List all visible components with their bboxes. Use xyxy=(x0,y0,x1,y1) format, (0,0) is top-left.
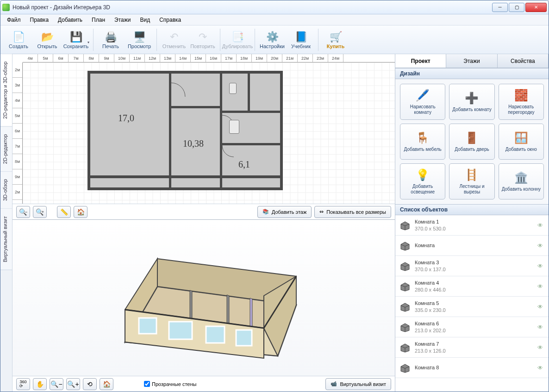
visibility-icon[interactable]: 👁 xyxy=(537,304,545,310)
object-row[interactable]: Комната👁 xyxy=(395,236,549,256)
dimensions-icon: ⇔ xyxy=(319,209,324,215)
dup-icon: 📑 xyxy=(231,31,244,44)
left-tab-1[interactable]: 2D-редактор xyxy=(0,127,12,172)
home-button[interactable]: 🏠 xyxy=(74,206,87,218)
svg-rect-9 xyxy=(139,318,156,334)
virtual-visit-button[interactable]: 📹Виртуальный визит xyxy=(325,378,391,390)
toolbar-save-button[interactable]: 💾Сохранить▾ xyxy=(62,27,90,53)
menu-Добавить[interactable]: Добавить xyxy=(54,15,86,25)
window-title: Новый проект - Дизайн Интерьера 3D xyxy=(12,4,110,11)
toolbar-buy-button[interactable]: 🛒Купить xyxy=(321,27,350,53)
maximize-button[interactable]: ▢ xyxy=(509,3,524,12)
zoom-in-3d-button[interactable]: 🔍+ xyxy=(66,378,80,390)
app-window: Новый проект - Дизайн Интерьера 3D ─ ▢ ✕… xyxy=(0,0,549,392)
home-3d-button[interactable]: 🏠 xyxy=(100,378,113,390)
visibility-icon[interactable]: 👁 xyxy=(537,283,545,290)
object-row[interactable]: Комната 8👁 xyxy=(395,358,549,378)
add-window-icon: 🪟 xyxy=(514,131,528,145)
panel-tab-0[interactable]: Проект xyxy=(395,54,446,68)
toolbar-new-button[interactable]: 📄Создать xyxy=(4,27,33,53)
toolbar-open-button[interactable]: 📂Открыть xyxy=(33,27,62,53)
save-icon: 💾 xyxy=(69,31,82,44)
panel-tab-2[interactable]: Свойства xyxy=(498,54,549,68)
editor-3d: 360⟳ ✋ 🔍− 🔍+ ⟲ 🏠 Прозрачные стены 📹Вирту… xyxy=(12,220,395,392)
measure-button[interactable]: 📏 xyxy=(57,206,71,218)
app-icon xyxy=(2,4,10,11)
menu-Справка[interactable]: Справка xyxy=(156,15,185,25)
redo-icon: ↷ xyxy=(196,31,209,44)
zoom-in-button[interactable]: 🔍+ xyxy=(33,206,47,218)
draw-partition-icon: 🧱 xyxy=(514,88,528,102)
design-card-draw-partition[interactable]: 🧱Нарисовать перегородку xyxy=(499,84,544,120)
center-panel: 4м5м6м7м8м9м10м11м12м13м14м15м16м17м18м1… xyxy=(12,54,395,392)
object-row[interactable]: Комната 1370.0 x 530.0👁 xyxy=(395,215,549,236)
menubar: ФайлПравкаДобавитьПланЭтажиВидСправка xyxy=(0,14,549,25)
panel-tab-1[interactable]: Этажи xyxy=(446,54,497,68)
show-dimensions-button[interactable]: ⇔Показывать все размеры xyxy=(314,206,391,218)
object-row[interactable]: Комната 3370.0 x 137.0👁 xyxy=(395,256,549,276)
menu-Вид[interactable]: Вид xyxy=(136,15,154,25)
menu-План[interactable]: План xyxy=(88,15,109,25)
toolbar-print-button[interactable]: 🖨️Печать xyxy=(96,27,125,53)
preview-icon: 🖥️ xyxy=(133,31,146,44)
visibility-icon[interactable]: 👁 xyxy=(537,243,545,249)
design-card-add-door[interactable]: 🚪Добавить дверь xyxy=(449,124,494,160)
add-floor-button[interactable]: 📚Добавить этаж xyxy=(257,206,312,218)
design-card-draw-room[interactable]: 🖊️Нарисовать комнату xyxy=(400,84,445,120)
left-tab-0[interactable]: 2D-редактор и 3D-обзор xyxy=(0,54,12,127)
visibility-icon[interactable]: 👁 xyxy=(537,263,545,269)
cube-icon xyxy=(399,342,411,353)
layers-icon: 📚 xyxy=(262,209,269,215)
house-3d-render xyxy=(97,236,310,361)
toolbar-redo-button: ↷Повторить xyxy=(188,27,217,53)
view-3d[interactable] xyxy=(12,220,395,376)
visibility-icon[interactable]: 👁 xyxy=(537,222,545,229)
undo-icon: ↶ xyxy=(168,31,181,44)
add-door-icon: 🚪 xyxy=(465,131,479,145)
cube-icon xyxy=(399,281,411,292)
editor-2d: 4м5м6м7м8м9м10м11м12м13м14м15м16м17м18м1… xyxy=(12,54,395,220)
zoom-out-button[interactable]: 🔍− xyxy=(16,206,30,218)
menu-Правка[interactable]: Правка xyxy=(26,15,53,25)
canvas-2d[interactable]: 17,0 10,38 6,1 xyxy=(23,62,395,204)
titlebar: Новый проект - Дизайн Интерьера 3D ─ ▢ ✕ xyxy=(0,0,549,14)
floor-plan[interactable]: 17,0 10,38 6,1 xyxy=(87,71,283,190)
svg-rect-12 xyxy=(236,330,252,346)
print-icon: 🖨️ xyxy=(104,31,117,44)
toolbar-2d: 🔍− 🔍+ 📏 🏠 📚Добавить этаж ⇔Показывать все… xyxy=(12,204,395,219)
toolbar-help-button[interactable]: 📘Учебник xyxy=(287,27,315,53)
transparent-walls-checkbox[interactable]: Прозрачные стены xyxy=(144,381,196,387)
visibility-icon[interactable]: 👁 xyxy=(537,344,545,351)
zoom-out-3d-button[interactable]: 🔍− xyxy=(50,378,63,390)
toolbar-preview-button[interactable]: 🖥️Просмотр xyxy=(125,27,154,53)
object-row[interactable]: Комната 4280.0 x 446.0👁 xyxy=(395,276,549,297)
design-card-add-furniture[interactable]: 🪑Добавить мебель xyxy=(400,124,445,160)
cube-icon xyxy=(399,322,411,332)
close-button[interactable]: ✕ xyxy=(525,3,547,12)
fixture-icon xyxy=(229,120,239,134)
design-section-header: Дизайн xyxy=(395,68,549,79)
rotate-360-button[interactable]: 360⟳ xyxy=(16,378,30,390)
room-label-1: 17,0 xyxy=(118,113,134,124)
visibility-icon[interactable]: 👁 xyxy=(537,324,545,330)
left-tab-3[interactable]: Виртуальный визит xyxy=(0,209,12,270)
object-row[interactable]: Комната 6213.0 x 202.0👁 xyxy=(395,317,549,337)
reset-view-button[interactable]: ⟲ xyxy=(83,378,97,390)
design-card-add-window[interactable]: 🪟Добавить окно xyxy=(499,124,544,160)
cube-icon xyxy=(399,363,411,373)
object-row[interactable]: Комната 5335.0 x 230.0👁 xyxy=(395,297,549,317)
menu-Файл[interactable]: Файл xyxy=(3,15,25,25)
visibility-icon[interactable]: 👁 xyxy=(537,365,545,371)
open-icon: 📂 xyxy=(41,31,54,44)
design-card-stairs[interactable]: 🪜Лестницы и вырезы xyxy=(449,163,494,199)
menu-Этажи[interactable]: Этажи xyxy=(111,15,134,25)
design-card-add-column[interactable]: 🏛️Добавить колонну xyxy=(499,163,544,199)
design-card-add-room[interactable]: ➕Добавить комнату xyxy=(449,84,494,120)
left-tab-2[interactable]: 3D-обзор xyxy=(0,172,12,209)
toolbar-settings-button[interactable]: ⚙️Настройки xyxy=(258,27,287,53)
object-row[interactable]: Комната 7213.0 x 126.0👁 xyxy=(395,337,549,358)
minimize-button[interactable]: ─ xyxy=(492,3,508,12)
pan-button[interactable]: ✋ xyxy=(33,378,47,390)
design-card-add-light[interactable]: 💡Добавить освещение xyxy=(400,163,445,199)
add-light-icon: 💡 xyxy=(416,168,430,182)
